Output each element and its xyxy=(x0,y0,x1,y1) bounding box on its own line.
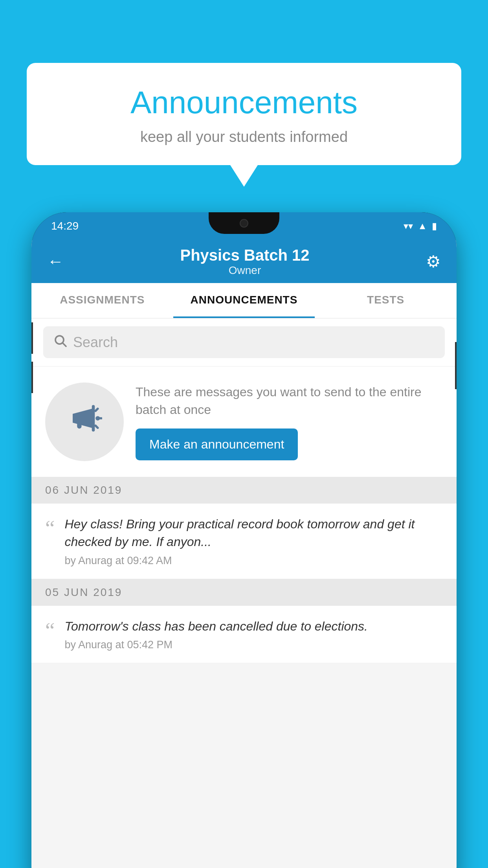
signal-icon: ▲ xyxy=(418,221,427,232)
make-announcement-button[interactable]: Make an announcement xyxy=(136,428,298,460)
svg-line-1 xyxy=(63,343,66,346)
announcement-content-2: Tomorrow's class has been cancelled due … xyxy=(64,618,443,651)
wifi-icon: ▾▾ xyxy=(404,221,413,232)
speech-bubble-arrow xyxy=(230,165,258,187)
notch xyxy=(209,212,279,234)
app-header: ← Physics Batch 12 Owner ⚙ xyxy=(31,240,457,283)
date-separator-2: 05 JUN 2019 xyxy=(31,579,457,606)
battery-icon: ▮ xyxy=(432,221,437,232)
announcement-icon-circle xyxy=(45,383,124,461)
status-bar: 14:29 ▾▾ ▲ ▮ xyxy=(31,212,457,240)
speech-bubble: Announcements keep all your students inf… xyxy=(27,63,461,165)
svg-line-3 xyxy=(95,408,98,411)
content-area: Search xyxy=(31,318,457,868)
batch-title: Physics Batch 12 xyxy=(180,246,309,264)
promo-right: These are messages you want to send to t… xyxy=(136,383,443,460)
speech-bubble-title: Announcements xyxy=(50,85,438,121)
search-bar[interactable]: Search xyxy=(43,326,445,358)
announcement-content-1: Hey class! Bring your practical record b… xyxy=(64,515,443,567)
quote-icon-1: “ xyxy=(45,517,55,539)
header-center: Physics Batch 12 Owner xyxy=(180,246,309,277)
volume-down-button xyxy=(31,362,33,393)
announcement-item-2[interactable]: “ Tomorrow's class has been cancelled du… xyxy=(31,606,457,664)
tab-tests[interactable]: TESTS xyxy=(315,283,457,318)
announcement-meta-2: by Anurag at 05:42 PM xyxy=(64,639,443,651)
announcement-meta-1: by Anurag at 09:42 AM xyxy=(64,555,443,567)
search-icon xyxy=(53,333,67,351)
speech-bubble-container: Announcements keep all your students inf… xyxy=(27,63,461,187)
announcement-text-2: Tomorrow's class has been cancelled due … xyxy=(64,618,443,635)
announcement-text-1: Hey class! Bring your practical record b… xyxy=(64,515,443,551)
camera-dot xyxy=(240,219,248,228)
phone-inner: ← Physics Batch 12 Owner ⚙ ASSIGNMENTS A… xyxy=(31,240,457,868)
search-bar-container: Search xyxy=(31,318,457,366)
promo-description: These are messages you want to send to t… xyxy=(136,383,443,419)
tabs-bar: ASSIGNMENTS ANNOUNCEMENTS TESTS xyxy=(31,283,457,318)
status-time: 14:29 xyxy=(51,220,79,232)
date-separator-1: 06 JUN 2019 xyxy=(31,477,457,504)
megaphone-icon xyxy=(67,401,102,443)
power-button xyxy=(455,342,457,389)
phone-frame: 14:29 ▾▾ ▲ ▮ ← Physics Batch 12 Owner ⚙ … xyxy=(31,212,457,868)
owner-subtitle: Owner xyxy=(180,264,309,277)
speech-bubble-subtitle: keep all your students informed xyxy=(50,129,438,145)
svg-line-4 xyxy=(95,425,98,428)
quote-icon-2: “ xyxy=(45,620,55,641)
back-button[interactable]: ← xyxy=(47,252,64,271)
tab-assignments[interactable]: ASSIGNMENTS xyxy=(31,283,173,318)
volume-up-button xyxy=(31,322,33,354)
tab-announcements[interactable]: ANNOUNCEMENTS xyxy=(173,283,315,318)
settings-icon[interactable]: ⚙ xyxy=(426,252,441,271)
search-placeholder: Search xyxy=(73,334,118,351)
promo-section: These are messages you want to send to t… xyxy=(31,367,457,477)
status-icons: ▾▾ ▲ ▮ xyxy=(404,221,437,232)
announcement-item-1[interactable]: “ Hey class! Bring your practical record… xyxy=(31,504,457,579)
